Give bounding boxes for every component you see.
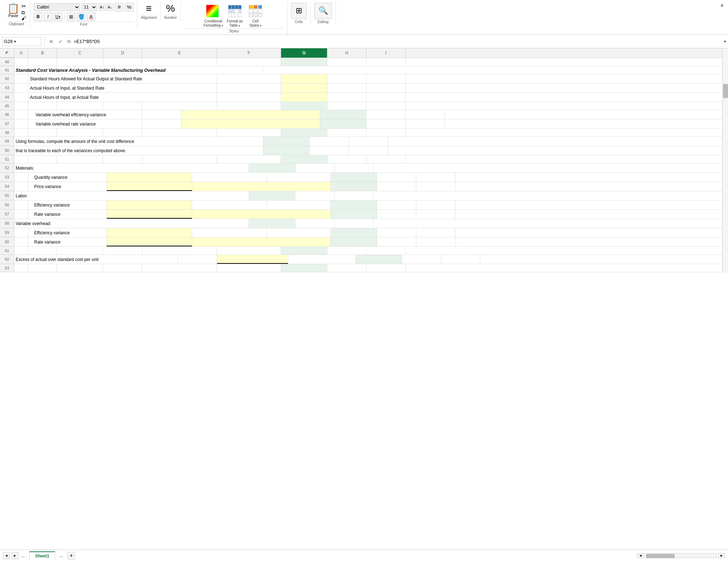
col-header-E[interactable]: E <box>142 48 217 58</box>
cell-G44[interactable] <box>281 93 327 102</box>
cell-E56[interactable] <box>192 201 267 209</box>
formula-input[interactable] <box>74 39 721 44</box>
cell-I58[interactable] <box>334 219 374 228</box>
cell-F61[interactable] <box>217 247 281 255</box>
cell-I45[interactable] <box>366 102 406 110</box>
cell-I41[interactable] <box>114 66 153 74</box>
select-all-triangle[interactable]: ◤ <box>6 50 9 55</box>
sheet1-tab[interactable]: Sheet1 <box>29 551 55 560</box>
cell-I57[interactable] <box>416 210 455 219</box>
cell-EF60-span[interactable] <box>192 237 331 246</box>
col-header-D[interactable]: D <box>103 48 142 58</box>
cell-H50[interactable] <box>310 146 349 155</box>
cell-H46[interactable] <box>366 110 406 119</box>
cell-D48[interactable] <box>103 129 142 137</box>
add-sheet-button[interactable]: + <box>67 552 75 560</box>
name-box-dropdown-icon[interactable]: ▾ <box>14 39 16 43</box>
cell-A54[interactable] <box>14 182 28 191</box>
cell-I62[interactable] <box>441 255 480 264</box>
cell-B63[interactable] <box>28 264 57 272</box>
col-header-I[interactable]: I <box>366 48 406 58</box>
scrollbar-thumb[interactable] <box>723 84 728 98</box>
cell-A55-span[interactable]: Labor: <box>14 191 249 200</box>
copy-button[interactable]: ⧉ <box>21 10 26 15</box>
cell-I46[interactable] <box>406 110 445 119</box>
more-sheets-dots-right[interactable]: ... <box>58 553 64 558</box>
cell-A49-span[interactable]: Using formulas, compute the amount of th… <box>14 137 263 146</box>
cell-G45[interactable] <box>281 102 327 110</box>
cell-B51[interactable] <box>28 155 57 163</box>
cell-D63[interactable] <box>103 264 142 272</box>
col-header-G[interactable]: G <box>281 48 327 58</box>
cell-A40[interactable] <box>14 58 28 66</box>
cell-A62-span[interactable]: Excess of actual over standard cost per … <box>14 255 178 264</box>
cell-G50[interactable] <box>263 146 310 155</box>
cell-D62[interactable] <box>178 255 217 264</box>
cell-I52[interactable] <box>334 164 374 172</box>
conditional-formatting-button[interactable]: ≠ ConditionalFormatting ▾ <box>204 3 223 28</box>
cell-H41[interactable] <box>75 66 114 74</box>
cell-CD53-span[interactable] <box>107 173 192 182</box>
cell-F51[interactable] <box>217 155 281 163</box>
cell-F44[interactable] <box>217 93 281 102</box>
cell-C40[interactable] <box>57 58 103 66</box>
cut-button[interactable]: ✂ <box>21 4 26 9</box>
cell-H62[interactable] <box>402 255 441 264</box>
cell-H47[interactable] <box>366 119 406 128</box>
cell-H48[interactable] <box>327 129 366 137</box>
cell-I49[interactable] <box>349 137 388 146</box>
cell-G60[interactable] <box>331 237 377 246</box>
cell-A43[interactable] <box>14 84 28 92</box>
horizontal-scrollbar[interactable] <box>645 553 717 558</box>
vertical-scrollbar[interactable] <box>722 48 728 272</box>
cell-H63[interactable] <box>327 264 366 272</box>
borders-button[interactable]: ⊞ <box>67 12 75 21</box>
cell-F45[interactable] <box>217 102 281 110</box>
cell-D61[interactable] <box>103 247 142 255</box>
cell-CD60-span[interactable] <box>107 237 192 246</box>
cell-F53[interactable] <box>267 173 331 182</box>
cell-B56-span[interactable]: Efficiency variance <box>28 201 107 209</box>
cell-B53-span[interactable]: Quantity variance <box>28 173 107 182</box>
cell-G47[interactable] <box>320 119 366 128</box>
cell-I42[interactable] <box>366 74 406 83</box>
cell-H53[interactable] <box>377 173 416 182</box>
cell-I54[interactable] <box>416 182 455 191</box>
cell-G59[interactable] <box>331 228 377 237</box>
cell-styles-button[interactable]: CellStyles ▾ <box>247 3 264 28</box>
cell-CD57-span[interactable] <box>107 210 192 219</box>
cell-E53[interactable] <box>192 173 267 182</box>
cell-G53[interactable] <box>331 173 377 182</box>
paste-button[interactable]: 📋 Paste <box>6 3 20 18</box>
cell-H58[interactable] <box>295 219 334 228</box>
scroll-right-icon[interactable]: ► <box>718 553 725 558</box>
col-header-B[interactable]: B <box>28 48 57 58</box>
cell-G54[interactable] <box>331 182 377 191</box>
cell-I43[interactable] <box>366 84 406 92</box>
format-painter-button[interactable]: 🖌 <box>21 16 26 21</box>
cell-E40[interactable] <box>142 58 217 66</box>
cell-H59[interactable] <box>377 228 416 237</box>
cell-F63[interactable] <box>217 264 281 272</box>
cell-A53[interactable] <box>14 173 28 182</box>
cell-E61[interactable] <box>142 247 217 255</box>
cell-E51[interactable] <box>142 155 217 163</box>
cell-I63[interactable] <box>366 264 406 272</box>
cell-E59[interactable] <box>192 228 267 237</box>
cell-H43[interactable] <box>327 84 366 92</box>
cell-H52[interactable] <box>295 164 334 172</box>
col-header-A[interactable]: A <box>14 48 28 58</box>
cell-A60[interactable] <box>14 237 28 246</box>
scroll-right-button[interactable]: ► <box>11 552 19 559</box>
cell-I40[interactable] <box>366 58 406 66</box>
underline-button[interactable]: U▾ <box>54 12 62 21</box>
col-header-H[interactable]: H <box>327 48 366 58</box>
cell-G63[interactable] <box>281 264 327 272</box>
cell-G52[interactable] <box>249 164 295 172</box>
cell-H56[interactable] <box>377 201 416 209</box>
cell-H57[interactable] <box>377 210 416 219</box>
cell-F48[interactable] <box>217 129 281 137</box>
percent-button[interactable]: % <box>125 3 133 11</box>
cell-G46[interactable] <box>320 110 366 119</box>
cell-A45[interactable] <box>14 102 28 110</box>
